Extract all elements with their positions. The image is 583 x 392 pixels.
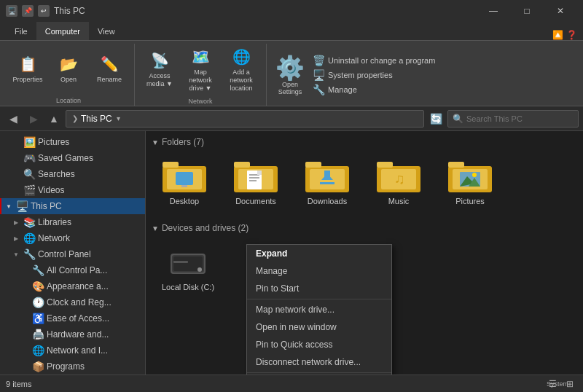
sidebar-expand-this-pc: ▼ (4, 202, 13, 211)
folder-desktop-label: Desktop (170, 197, 199, 205)
sidebar-item-pictures[interactable]: 🖼️ Pictures (0, 134, 145, 150)
sidebar-expand-control-panel: ▼ (12, 250, 20, 259)
svg-rect-6 (234, 162, 250, 168)
ctx-map-drive[interactable]: Map network drive... (247, 301, 391, 318)
quick-access-icon2[interactable]: ↩ (38, 5, 50, 17)
ribbon-open-settings-button[interactable]: ⚙️ OpenSettings (273, 53, 308, 97)
ctx-sep-1 (247, 299, 391, 299)
minimize-button[interactable]: — (477, 0, 510, 22)
sidebar-label-network-internet: Network and I... (47, 345, 108, 356)
ribbon-rename-button[interactable]: ✏️ Rename (90, 51, 128, 85)
sidebar-expand-clock (20, 298, 29, 307)
searches-icon: 🔍 (23, 168, 35, 180)
ctx-open-new-window[interactable]: Open in new window (247, 318, 391, 336)
sidebar-expand-all-control (20, 266, 29, 275)
help-icon[interactable]: 🔼 (552, 30, 563, 40)
folder-pictures[interactable]: Pictures (437, 153, 503, 208)
svg-rect-18 (324, 170, 330, 179)
sidebar-item-this-pc[interactable]: ▼ 🖥️ This PC (0, 198, 145, 214)
sidebar-item-saved-games[interactable]: 🎮 Saved Games (0, 150, 145, 166)
refresh-button[interactable]: 🔄 (427, 110, 445, 128)
search-icon: 🔍 (453, 114, 463, 124)
sidebar-label-saved-games: Saved Games (38, 153, 93, 163)
sidebar-label-clock: Clock and Reg... (47, 297, 111, 307)
ribbon-properties-button[interactable]: 📋 Properties (9, 51, 47, 85)
ribbon-manage-button[interactable]: 🔧 Manage (310, 83, 437, 96)
sidebar-item-libraries[interactable]: ▶ 📚 Libraries (0, 214, 145, 230)
status-bar: 9 items ☰ ⊞ (0, 375, 583, 392)
map-drive-icon: 🗺️ (189, 45, 212, 68)
device-local-disk[interactable]: Local Disk (C:) (152, 239, 224, 303)
maximize-button[interactable]: □ (510, 0, 544, 22)
sidebar-label-ease: Ease of Acces... (47, 313, 109, 324)
libraries-icon: 📚 (23, 216, 35, 228)
location-group-label: Location (56, 95, 81, 106)
ctx-pin-start[interactable]: Pin to Start (247, 280, 391, 297)
address-bar: ◀ ▶ ▲ ❯ This PC ▾ 🔄 🔍 (0, 106, 583, 131)
up-button[interactable]: ▲ (45, 110, 63, 128)
svg-text:♫: ♫ (394, 170, 405, 187)
svg-point-34 (197, 267, 202, 272)
quick-access-icon1[interactable]: 📌 (22, 5, 34, 17)
search-box[interactable]: 🔍 (447, 110, 579, 128)
videos-icon: 🎬 (23, 184, 35, 196)
context-menu: Expand Manage Pin to Start Map network d… (246, 244, 392, 375)
sidebar-item-network-internet[interactable]: 🌐 Network and I... (0, 342, 145, 358)
sidebar-item-control-panel[interactable]: ▼ 🔧 Control Panel (0, 246, 145, 262)
question-icon[interactable]: ❓ (566, 30, 577, 40)
ribbon-access-media-button[interactable]: 📡 Accessmedia ▼ (141, 47, 179, 90)
properties-label: Properties (12, 76, 42, 84)
address-input[interactable]: ❯ This PC ▾ (66, 110, 424, 128)
sidebar-label-libraries: Libraries (38, 217, 71, 227)
sidebar-item-videos[interactable]: 🎬 Videos (0, 182, 145, 198)
svg-rect-25 (448, 162, 464, 168)
saved-games-icon: 🎮 (23, 152, 35, 164)
sidebar-item-ease[interactable]: ♿ Ease of Acces... (0, 310, 145, 326)
sidebar-item-hardware[interactable]: 🖨️ Hardware and... (0, 326, 145, 342)
add-network-icon: 🌐 (230, 45, 253, 68)
ctx-expand[interactable]: Expand (247, 245, 391, 262)
ctx-manage[interactable]: Manage (247, 262, 391, 280)
ribbon-open-button[interactable]: 📂 Open (50, 51, 87, 85)
forward-button[interactable]: ▶ (25, 110, 42, 128)
sidebar-item-clock[interactable]: 🕐 Clock and Reg... (0, 294, 145, 310)
sidebar-expand-network-internet (20, 346, 29, 355)
ctx-pin-quick-access[interactable]: Pin to Quick access (247, 336, 391, 353)
svg-rect-3 (176, 172, 193, 185)
sidebar-expand-hardware (20, 330, 29, 339)
devices-expand-icon: ▼ (152, 224, 159, 232)
manage-icon: 🔧 (313, 84, 325, 95)
system-props-label: System properties (328, 71, 393, 79)
search-input[interactable] (466, 114, 574, 123)
folder-downloads[interactable]: Downloads (294, 153, 360, 208)
sidebar-item-searches[interactable]: 🔍 Searches (0, 166, 145, 182)
ribbon-add-network-button[interactable]: 🌐 Add a networklocation (222, 44, 260, 93)
tab-computer[interactable]: Computer (36, 22, 89, 40)
folder-desktop[interactable]: Desktop (152, 153, 217, 208)
sidebar-item-appearance[interactable]: 🎨 Appearance a... (0, 278, 145, 294)
devices-header-label: Devices and drives (2) (162, 223, 249, 233)
sidebar-expand-programs (20, 362, 29, 371)
back-button[interactable]: ◀ (4, 110, 22, 128)
folder-documents[interactable]: Documents (223, 153, 289, 208)
sidebar-item-all-control[interactable]: 🔧 All Control Pa... (0, 262, 145, 278)
sidebar-item-network[interactable]: ▶ 🌐 Network (0, 230, 145, 246)
network-group-label: Network (188, 96, 212, 106)
ribbon-system-props-button[interactable]: 🖥️ System properties (310, 68, 437, 82)
folder-music[interactable]: ♫ Music (366, 153, 431, 208)
ctx-disconnect-drive[interactable]: Disconnect network drive... (247, 353, 391, 371)
open-label: Open (60, 76, 77, 84)
open-icon: 📂 (57, 52, 80, 76)
folder-pictures-icon (447, 156, 493, 194)
network-icon: 🌐 (23, 232, 35, 244)
svg-rect-21 (377, 162, 393, 168)
close-button[interactable]: ✕ (544, 0, 577, 22)
svg-rect-11 (249, 180, 257, 181)
ribbon-map-drive-button[interactable]: 🗺️ Map networkdrive ▼ (181, 44, 219, 93)
tab-view[interactable]: View (89, 22, 124, 40)
ribbon-uninstall-button[interactable]: 🗑️ Uninstall or change a program (310, 54, 437, 67)
ease-icon: ♿ (32, 313, 44, 324)
sidebar-item-programs[interactable]: 📦 Programs (0, 358, 145, 375)
network-internet-icon: 🌐 (32, 345, 44, 356)
tab-file[interactable]: File (6, 22, 36, 40)
